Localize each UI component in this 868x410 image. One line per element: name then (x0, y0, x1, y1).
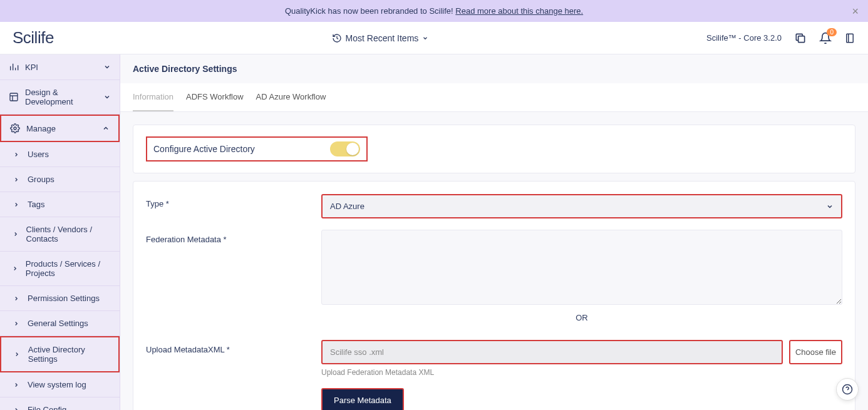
close-icon[interactable]: × (852, 4, 859, 18)
chevron-right-icon (13, 351, 22, 357)
sidebar-item-general[interactable]: General Settings (0, 311, 120, 336)
tab-azure-workflow[interactable]: AD Azure Workflow (256, 83, 326, 111)
rebrand-banner: QualityKick has now been rebranded to Sc… (0, 0, 868, 22)
sidebar-item-label: Clients / Vendors / Contacts (26, 225, 111, 243)
sidebar-item-tags[interactable]: Tags (0, 192, 120, 217)
type-label: Type * (146, 194, 321, 208)
book-icon[interactable] (844, 32, 855, 44)
chevron-right-icon (11, 177, 21, 183)
chart-icon (9, 62, 19, 72)
svg-rect-0 (798, 36, 805, 42)
configure-ad-toggle[interactable] (330, 141, 360, 156)
banner-text: QualityKick has now been rebranded to Sc… (285, 6, 455, 16)
chevron-down-icon (422, 35, 428, 41)
app-header: Scilife Most Recent Items Scilife™ - Cor… (0, 22, 868, 54)
banner-link[interactable]: Read more about this change here. (455, 6, 583, 16)
version-label: Scilife™ - Core 3.2.0 (706, 33, 782, 43)
sidebar-item-clients[interactable]: Clients / Vendors / Contacts (0, 217, 120, 252)
svg-rect-7 (10, 93, 18, 101)
copy-icon[interactable] (794, 32, 807, 44)
type-value: AD Azure (330, 202, 364, 211)
sidebar-item-label: Design & Development (25, 88, 97, 106)
gear-icon (10, 123, 20, 133)
upload-metadata-label: Upload MetadataXML * (146, 340, 321, 354)
history-icon (332, 33, 342, 43)
toggle-knob (346, 143, 359, 155)
sidebar-item-products[interactable]: Products / Services / Projects (0, 252, 120, 286)
sidebar-item-groups[interactable]: Groups (0, 167, 120, 192)
sidebar-item-ad-settings[interactable]: Active Directory Settings (0, 336, 120, 372)
sidebar-item-label: View system log (28, 380, 86, 389)
tab-adfs-workflow[interactable]: ADFS Workflow (186, 83, 244, 111)
sidebar-item-design-dev[interactable]: Design & Development (0, 80, 120, 115)
notification-badge: 0 (827, 28, 837, 36)
chevron-right-icon (11, 407, 21, 411)
chevron-right-icon (11, 231, 20, 237)
sidebar-item-label: Users (28, 150, 49, 159)
sidebar-item-label: Products / Services / Projects (26, 259, 111, 278)
sidebar-item-users[interactable]: Users (0, 142, 120, 167)
sidebar-item-label: KPI (25, 63, 38, 72)
app-logo: Scilife (13, 28, 54, 48)
tab-bar: Information ADFS Workflow AD Azure Workf… (120, 83, 868, 112)
chevron-down-icon (103, 93, 111, 101)
svg-rect-1 (847, 34, 854, 43)
sidebar-item-permission[interactable]: Permission Settings (0, 286, 120, 311)
or-divider: OR (321, 313, 842, 322)
configure-ad-label: Configure Active Directory (153, 144, 255, 154)
svg-point-10 (14, 127, 16, 130)
main-content: Active Directory Settings Information AD… (120, 54, 868, 410)
chevron-right-icon (11, 320, 21, 327)
bell-icon[interactable]: 0 (819, 32, 832, 44)
sidebar-item-label: General Settings (28, 319, 88, 328)
sidebar-item-label: Permission Settings (28, 294, 100, 303)
page-title: Active Directory Settings (120, 54, 868, 83)
upload-helper-text: Upload Federation Metadata XML (321, 368, 842, 377)
chevron-down-icon (103, 63, 111, 71)
sidebar-item-kpi[interactable]: KPI (0, 54, 120, 80)
sidebar-item-label: Manage (26, 124, 56, 133)
chevron-down-icon (826, 203, 834, 210)
chevron-right-icon (11, 382, 21, 388)
type-select[interactable]: AD Azure (321, 194, 842, 218)
sidebar-item-manage[interactable]: Manage (0, 115, 120, 142)
tab-information[interactable]: Information (133, 83, 173, 111)
chevron-right-icon (11, 202, 21, 208)
grid-icon (9, 92, 19, 102)
recent-items-label: Most Recent Items (346, 33, 419, 43)
federation-metadata-label: Federation Metadata * (146, 230, 321, 244)
chevron-right-icon (11, 265, 19, 272)
chevron-right-icon (11, 151, 21, 158)
sidebar-item-label: Groups (28, 175, 54, 184)
file-name-display: Scilife sso .xml (321, 340, 783, 364)
parse-metadata-button[interactable]: Parse Metadata (321, 388, 404, 410)
federation-metadata-textarea[interactable] (321, 230, 842, 305)
help-button[interactable] (836, 378, 859, 401)
sidebar-item-label: Active Directory Settings (28, 345, 110, 364)
sidebar-item-syslog[interactable]: View system log (0, 372, 120, 397)
chevron-up-icon (102, 125, 110, 132)
chevron-right-icon (11, 295, 21, 302)
recent-items-dropdown[interactable]: Most Recent Items (54, 33, 706, 43)
choose-file-button[interactable]: Choose file (789, 340, 842, 364)
sidebar-item-fileconfig[interactable]: File Config (0, 397, 120, 410)
sidebar: KPI Design & Development Manage Users Gr… (0, 54, 120, 410)
sidebar-item-label: File Config (28, 405, 66, 410)
sidebar-item-label: Tags (28, 200, 44, 209)
